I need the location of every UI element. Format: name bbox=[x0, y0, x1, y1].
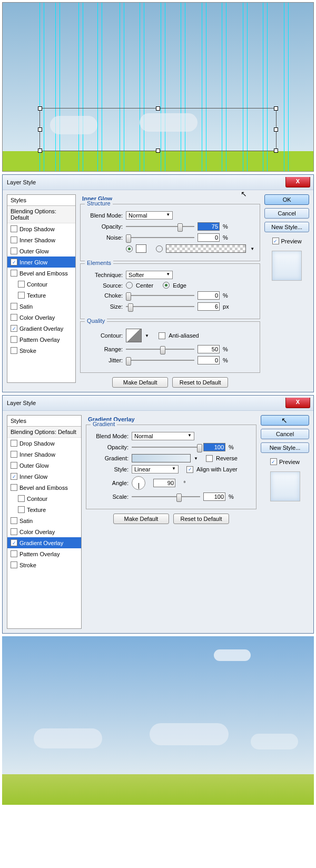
blend-mode-select[interactable]: Normal bbox=[132, 432, 194, 440]
opacity-input[interactable]: 75 bbox=[197, 222, 220, 231]
technique-select[interactable]: Softer bbox=[126, 271, 173, 279]
choke-input[interactable]: 0 bbox=[197, 291, 220, 300]
checkbox[interactable] bbox=[18, 292, 25, 299]
preview-checkbox[interactable] bbox=[272, 238, 279, 244]
style-stroke[interactable]: Stroke bbox=[7, 345, 75, 356]
style-pattern-overlay[interactable]: Pattern Overlay bbox=[7, 334, 75, 345]
titlebar[interactable]: Layer Style X bbox=[3, 175, 313, 190]
style-texture[interactable]: Texture bbox=[7, 290, 75, 301]
checkbox[interactable] bbox=[11, 259, 17, 265]
styles-header[interactable]: Styles bbox=[7, 195, 75, 206]
size-slider[interactable] bbox=[126, 302, 194, 311]
gradient-picker[interactable] bbox=[132, 454, 191, 462]
scale-input[interactable]: 100 bbox=[203, 492, 225, 501]
checkbox[interactable] bbox=[18, 281, 25, 288]
style-inner-glow[interactable]: Inner Glow bbox=[7, 471, 81, 482]
color-radio[interactable] bbox=[126, 245, 133, 252]
style-satin[interactable]: Satin bbox=[7, 515, 81, 526]
titlebar[interactable]: Layer Style X bbox=[3, 396, 313, 411]
jitter-slider[interactable] bbox=[126, 356, 194, 364]
checkbox[interactable] bbox=[11, 325, 17, 332]
checkbox[interactable] bbox=[11, 484, 17, 491]
transform-selection[interactable] bbox=[39, 108, 276, 151]
style-inner-shadow[interactable]: Inner Shadow bbox=[7, 449, 81, 460]
gradient-swatch[interactable] bbox=[166, 244, 246, 253]
style-gradient-overlay[interactable]: Gradient Overlay bbox=[7, 323, 75, 334]
blending-options-row[interactable]: Blending Options: Default bbox=[7, 206, 75, 223]
style-gradient-overlay[interactable]: Gradient Overlay bbox=[7, 537, 81, 548]
style-bevel-emboss[interactable]: Bevel and Emboss bbox=[7, 268, 75, 279]
blending-options-row[interactable]: Blending Options: Default bbox=[7, 427, 81, 438]
checkbox[interactable] bbox=[11, 347, 17, 354]
source-edge-radio[interactable] bbox=[163, 282, 170, 289]
reverse-checkbox[interactable] bbox=[206, 455, 213, 462]
opacity-slider[interactable] bbox=[126, 222, 194, 231]
checkbox[interactable] bbox=[11, 225, 17, 232]
angle-input[interactable]: 90 bbox=[153, 479, 175, 487]
close-button[interactable]: X bbox=[285, 177, 310, 188]
styles-header[interactable]: Styles bbox=[7, 416, 81, 427]
checkbox[interactable] bbox=[11, 451, 17, 458]
checkbox[interactable] bbox=[11, 248, 17, 254]
color-swatch[interactable] bbox=[136, 244, 146, 253]
opacity-input[interactable]: 100 bbox=[203, 443, 225, 451]
checkbox[interactable] bbox=[18, 495, 25, 502]
noise-input[interactable]: 0 bbox=[197, 233, 220, 242]
contour-picker[interactable] bbox=[126, 329, 142, 342]
style-inner-shadow[interactable]: Inner Shadow bbox=[7, 234, 75, 245]
reset-default-button[interactable]: Reset to Default bbox=[173, 514, 229, 524]
source-center-radio[interactable] bbox=[126, 282, 133, 289]
style-drop-shadow[interactable]: Drop Shadow bbox=[7, 438, 81, 449]
new-style-button[interactable]: New Style... bbox=[264, 222, 309, 232]
style-texture[interactable]: Texture bbox=[7, 504, 81, 515]
style-color-overlay[interactable]: Color Overlay bbox=[7, 312, 75, 323]
reset-default-button[interactable]: Reset to Default bbox=[172, 377, 228, 388]
checkbox[interactable] bbox=[11, 528, 17, 535]
style-inner-glow[interactable]: Inner Glow bbox=[7, 257, 75, 268]
checkbox[interactable] bbox=[11, 270, 17, 277]
preview-checkbox[interactable] bbox=[270, 458, 277, 465]
checkbox[interactable] bbox=[11, 517, 17, 524]
style-bevel-emboss[interactable]: Bevel and Emboss bbox=[7, 482, 81, 493]
style-drop-shadow[interactable]: Drop Shadow bbox=[7, 223, 75, 234]
ok-button[interactable]: OK↖ bbox=[261, 415, 309, 426]
cancel-button[interactable]: Cancel bbox=[264, 208, 309, 219]
range-slider[interactable] bbox=[126, 345, 194, 353]
style-color-overlay[interactable]: Color Overlay bbox=[7, 526, 81, 537]
checkbox[interactable] bbox=[18, 506, 25, 513]
new-style-button[interactable]: New Style... bbox=[261, 442, 309, 453]
make-default-button[interactable]: Make Default bbox=[113, 514, 169, 524]
style-contour[interactable]: Contour bbox=[7, 493, 81, 504]
checkbox[interactable] bbox=[11, 561, 17, 568]
checkbox[interactable] bbox=[11, 462, 17, 469]
checkbox[interactable] bbox=[11, 440, 17, 447]
scale-slider[interactable] bbox=[132, 492, 200, 501]
choke-slider[interactable] bbox=[126, 291, 194, 300]
style-stroke[interactable]: Stroke bbox=[7, 559, 81, 570]
style-outer-glow[interactable]: Outer Glow bbox=[7, 460, 81, 471]
blend-mode-select[interactable]: Normal bbox=[126, 211, 173, 220]
antialiased-checkbox[interactable] bbox=[159, 332, 165, 339]
size-input[interactable]: 6 bbox=[197, 302, 220, 311]
jitter-input[interactable]: 0 bbox=[197, 356, 220, 364]
checkbox[interactable] bbox=[11, 539, 17, 546]
checkbox[interactable] bbox=[11, 303, 17, 310]
style-pattern-overlay[interactable]: Pattern Overlay bbox=[7, 548, 81, 559]
close-button[interactable]: X bbox=[285, 398, 310, 408]
checkbox[interactable] bbox=[11, 550, 17, 557]
style-satin[interactable]: Satin bbox=[7, 301, 75, 312]
cancel-button[interactable]: Cancel bbox=[261, 429, 309, 439]
make-default-button[interactable]: Make Default bbox=[112, 377, 168, 388]
style-contour[interactable]: Contour bbox=[7, 279, 75, 290]
checkbox[interactable] bbox=[11, 473, 17, 480]
checkbox[interactable] bbox=[11, 314, 17, 321]
style-outer-glow[interactable]: Outer Glow bbox=[7, 245, 75, 257]
checkbox[interactable] bbox=[11, 236, 17, 243]
style-select[interactable]: Linear bbox=[132, 465, 179, 474]
checkbox[interactable] bbox=[11, 336, 17, 343]
align-checkbox[interactable] bbox=[186, 466, 193, 473]
opacity-slider[interactable] bbox=[132, 443, 200, 451]
gradient-radio[interactable] bbox=[156, 245, 163, 252]
range-input[interactable]: 50 bbox=[197, 345, 220, 353]
noise-slider[interactable] bbox=[126, 233, 194, 242]
